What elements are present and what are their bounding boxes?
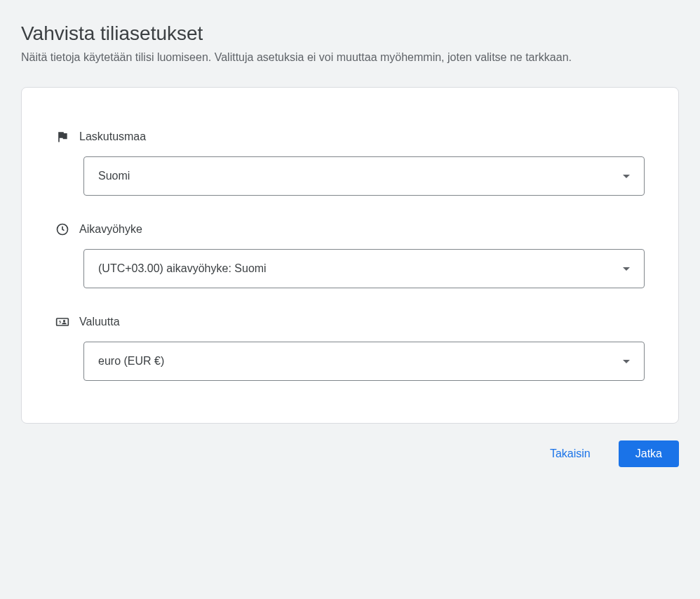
billing-country-value: Suomi	[98, 170, 130, 182]
settings-card: Laskutusmaa Suomi Aikavyöhyke (UTC+03.00…	[21, 87, 679, 424]
currency-label-row: 5 Valuutta	[55, 315, 645, 329]
timezone-value: (UTC+03.00) aikavyöhyke: Suomi	[98, 262, 267, 275]
timezone-label-row: Aikavyöhyke	[55, 222, 645, 236]
timezone-group: Aikavyöhyke (UTC+03.00) aikavyöhyke: Suo…	[55, 222, 645, 288]
timezone-select[interactable]: (UTC+03.00) aikavyöhyke: Suomi	[83, 249, 645, 288]
chevron-down-icon	[623, 360, 630, 363]
clock-icon	[55, 222, 69, 236]
page-subtitle: Näitä tietoja käytetään tilisi luomiseen…	[21, 49, 679, 66]
currency-group: 5 Valuutta euro (EUR €)	[55, 315, 645, 381]
currency-select[interactable]: euro (EUR €)	[83, 342, 645, 381]
billing-country-label: Laskutusmaa	[79, 130, 146, 143]
billing-country-group: Laskutusmaa Suomi	[55, 130, 645, 196]
currency-label: Valuutta	[79, 316, 120, 328]
flag-icon	[55, 130, 69, 144]
page-title: Vahvista tiliasetukset	[21, 22, 679, 45]
continue-button[interactable]: Jatka	[619, 440, 679, 467]
button-row: Takaisin Jatka	[21, 440, 679, 467]
billing-country-select[interactable]: Suomi	[83, 156, 645, 196]
svg-point-3	[63, 320, 65, 322]
timezone-label: Aikavyöhyke	[79, 223, 142, 236]
svg-text:5: 5	[59, 320, 62, 324]
chevron-down-icon	[623, 267, 630, 271]
back-button[interactable]: Takaisin	[533, 440, 607, 467]
money-person-icon: 5	[55, 315, 69, 329]
svg-rect-1	[57, 318, 69, 325]
currency-value: euro (EUR €)	[98, 355, 164, 368]
chevron-down-icon	[623, 175, 630, 178]
billing-country-label-row: Laskutusmaa	[55, 130, 645, 144]
